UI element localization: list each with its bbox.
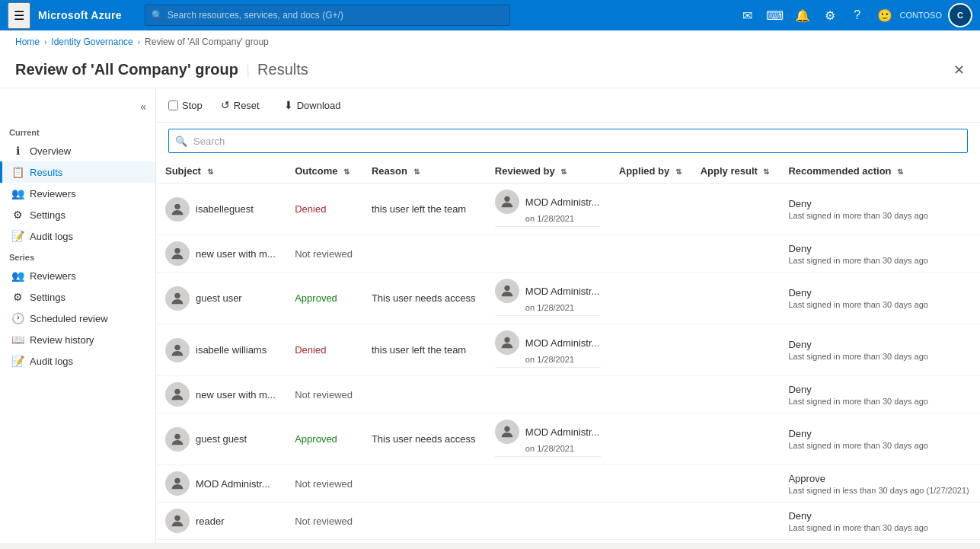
sidebar-item-audit-logs-current-label: Audit logs bbox=[30, 231, 73, 242]
cell-recommended-action: Deny Last signed in more than 30 days ag… bbox=[779, 235, 980, 273]
sidebar-item-scheduled-review[interactable]: 🕐 Scheduled review bbox=[0, 308, 155, 329]
close-button[interactable]: ✕ bbox=[953, 62, 965, 78]
sidebar-item-overview[interactable]: ℹ Overview bbox=[0, 140, 155, 161]
sidebar-item-settings-series[interactable]: ⚙ Settings bbox=[0, 286, 155, 308]
cell-reviewed-by bbox=[486, 376, 610, 413]
sidebar-item-review-history[interactable]: 📖 Review history bbox=[0, 329, 155, 350]
stop-label: Stop bbox=[182, 100, 203, 111]
sidebar-item-results[interactable]: 📋 Results bbox=[0, 161, 155, 183]
user-avatar[interactable]: C bbox=[948, 3, 972, 27]
breadcrumb-home[interactable]: Home bbox=[15, 37, 40, 47]
sidebar-series-label: Series bbox=[0, 247, 155, 265]
sidebar-item-audit-logs-current[interactable]: 📝 Audit logs bbox=[0, 225, 155, 247]
reviewer-avatar bbox=[495, 279, 519, 303]
cell-apply-result bbox=[691, 235, 780, 273]
col-outcome[interactable]: Outcome ⇅ bbox=[286, 159, 362, 184]
feedback-icon[interactable]: 🙂 bbox=[873, 3, 897, 27]
settings-icon[interactable]: ⚙ bbox=[818, 3, 842, 27]
table-row: new user with m... Not reviewed Deny Las… bbox=[156, 376, 980, 413]
col-reviewed-by[interactable]: Reviewed by ⇅ bbox=[486, 159, 610, 184]
sidebar-item-results-label: Results bbox=[30, 167, 62, 178]
cell-apply-result bbox=[691, 324, 780, 376]
topbar: ☰ Microsoft Azure 🔍 ✉ ⌨ 🔔 ⚙ ? 🙂 CONTOSO … bbox=[0, 0, 980, 30]
cell-recommended-action: Approve Last signed in less than 30 days… bbox=[779, 465, 980, 503]
cell-applied-by bbox=[610, 413, 691, 465]
help-icon[interactable]: ? bbox=[845, 3, 870, 27]
notifications-icon[interactable]: 🔔 bbox=[790, 3, 815, 27]
stop-button[interactable]: Stop bbox=[168, 100, 203, 111]
sidebar-item-history-label: Review history bbox=[30, 334, 94, 346]
cell-reviewed-by: MOD Administr... on 1/28/2021 bbox=[486, 184, 610, 235]
col-apply-result-label: Apply result bbox=[701, 165, 758, 177]
reviewers-icon: 👥 bbox=[11, 187, 24, 199]
cell-reason: This user needs access bbox=[362, 413, 486, 465]
cell-outcome: Not reviewed bbox=[286, 376, 362, 413]
page-header: Review of 'All Company' group | Results … bbox=[0, 53, 980, 88]
sidebar-item-reviewers-series[interactable]: 👥 Reviewers bbox=[0, 265, 155, 286]
breadcrumb-identity-governance[interactable]: Identity Governance bbox=[51, 37, 132, 47]
history-icon: 📖 bbox=[11, 334, 24, 346]
reviewer-date: on 1/28/2021 bbox=[525, 214, 601, 223]
subject-name: MOD Administr... bbox=[196, 478, 270, 490]
toolbar: Stop ↺ Reset ⬇ Download bbox=[156, 88, 980, 123]
download-button[interactable]: ⬇ Download bbox=[278, 96, 347, 114]
sidebar-item-audit-logs-series[interactable]: 📝 Audit logs bbox=[0, 350, 155, 372]
cloud-shell-icon[interactable]: ⌨ bbox=[763, 3, 787, 27]
svg-point-2 bbox=[174, 248, 180, 254]
cell-apply-result bbox=[691, 413, 780, 465]
cell-outcome: Denied bbox=[286, 324, 362, 376]
svg-point-11 bbox=[174, 515, 180, 521]
search-bar[interactable]: 🔍 bbox=[168, 129, 968, 153]
col-recommended-action[interactable]: Recommended action ⇅ bbox=[779, 159, 980, 184]
global-search-bar[interactable]: 🔍 bbox=[145, 5, 510, 26]
cell-outcome: Not reviewed bbox=[286, 465, 362, 503]
breadcrumb-sep-1: › bbox=[44, 38, 46, 46]
stop-checkbox[interactable] bbox=[168, 101, 178, 110]
col-outcome-sort: ⇅ bbox=[343, 168, 350, 176]
cell-recommended-action: Deny Last signed in more than 30 days ag… bbox=[779, 184, 980, 235]
subject-avatar bbox=[165, 382, 190, 407]
reviewer-date: on 1/28/2021 bbox=[525, 355, 601, 364]
svg-point-1 bbox=[504, 196, 509, 202]
page-title-separator: | bbox=[246, 61, 250, 78]
cell-reviewed-by: MOD Administr... on 1/28/2021 bbox=[486, 413, 610, 465]
email-icon[interactable]: ✉ bbox=[736, 3, 760, 27]
table-row: isabelle williams Deniedthis user left t… bbox=[156, 324, 980, 376]
reviewer-name: MOD Administr... bbox=[525, 426, 600, 438]
cell-subject: MOD Administr... bbox=[156, 465, 286, 503]
cell-applied-by bbox=[610, 235, 691, 273]
sidebar-collapse[interactable]: « bbox=[0, 94, 155, 122]
col-applied-by[interactable]: Applied by ⇅ bbox=[610, 159, 691, 184]
search-input[interactable] bbox=[193, 136, 961, 147]
menu-icon[interactable]: ☰ bbox=[8, 2, 30, 29]
reset-button[interactable]: ↺ Reset bbox=[215, 96, 266, 114]
global-search-input[interactable] bbox=[168, 10, 503, 21]
cell-subject: isabelleguest bbox=[156, 184, 286, 235]
table-row: guest guest ApprovedThis user needs acce… bbox=[156, 413, 980, 465]
table-row: reader Not reviewed Deny Last signed in … bbox=[156, 503, 980, 540]
col-apply-result-sort: ⇅ bbox=[763, 168, 769, 176]
cell-applied-by bbox=[610, 376, 691, 413]
sidebar-item-settings-series-label: Settings bbox=[30, 292, 65, 303]
col-reason[interactable]: Reason ⇅ bbox=[362, 159, 486, 184]
svg-point-8 bbox=[174, 433, 180, 439]
sidebar-item-settings-current[interactable]: ⚙ Settings bbox=[0, 204, 155, 225]
col-apply-result[interactable]: Apply result ⇅ bbox=[691, 159, 780, 184]
col-subject-label: Subject bbox=[165, 165, 201, 177]
cell-subject: new user with m... bbox=[156, 376, 286, 413]
reviewer-date: on 1/28/2021 bbox=[525, 303, 601, 312]
svg-point-5 bbox=[174, 344, 180, 350]
outcome-value: Denied bbox=[295, 203, 326, 215]
reviewers-series-icon: 👥 bbox=[11, 270, 24, 282]
reason-value: This user needs access bbox=[372, 292, 476, 304]
recommended-sub: Last signed in more than 30 days ago bbox=[788, 352, 971, 361]
cell-reason bbox=[362, 235, 486, 273]
cell-outcome: Denied bbox=[286, 184, 362, 235]
reason-value: This user needs access bbox=[372, 433, 476, 445]
sidebar-item-reviewers-current[interactable]: 👥 Reviewers bbox=[0, 183, 155, 204]
collapse-button[interactable]: « bbox=[137, 97, 149, 116]
recommended-main: Deny bbox=[788, 510, 971, 522]
col-subject[interactable]: Subject ⇅ bbox=[156, 159, 286, 184]
info-icon: ℹ bbox=[11, 145, 24, 157]
recommended-sub: Last signed in more than 30 days ago bbox=[788, 441, 971, 450]
